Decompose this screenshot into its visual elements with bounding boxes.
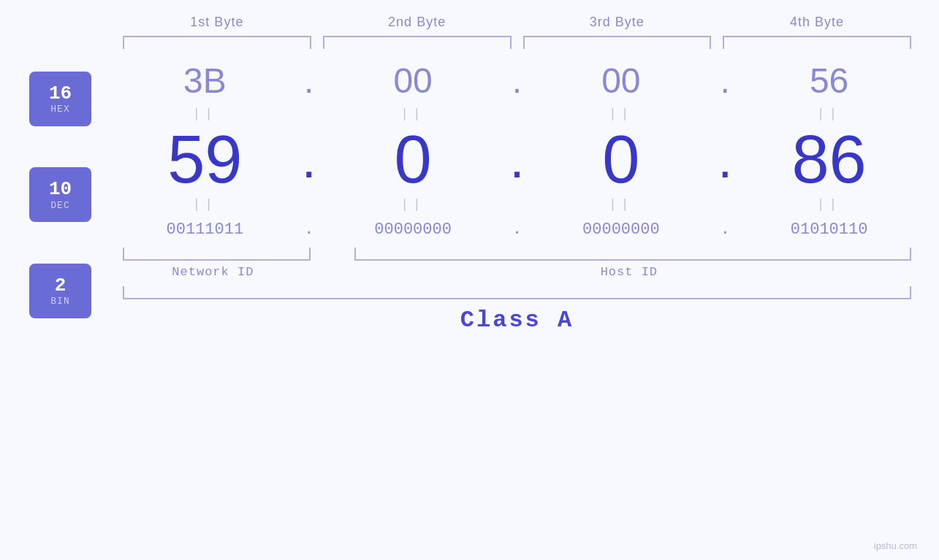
bin-b1-value: 00111011 bbox=[167, 220, 244, 239]
byte-headers-row: 1st Byte 2nd Byte 3rd Byte 4th Byte bbox=[22, 0, 917, 30]
byte3-header: 3rd Byte bbox=[517, 15, 718, 30]
hex-dot3: . bbox=[721, 61, 730, 100]
class-label: Class A bbox=[460, 307, 574, 334]
bin-b2-cell: 00000000 bbox=[325, 220, 501, 239]
dec-badge-label: DEC bbox=[50, 200, 69, 211]
dec-b3-cell: 0 bbox=[533, 126, 710, 193]
equals-2-b4: || bbox=[741, 197, 917, 212]
data-rows: 3B . 00 . 00 . 56 bbox=[117, 49, 917, 334]
hex-sep3: . bbox=[709, 61, 741, 101]
dec-b1-cell: 59 bbox=[117, 126, 293, 193]
bin-dot3: . bbox=[721, 220, 730, 239]
main-area: 16 HEX 10 DEC 2 BIN bbox=[22, 49, 917, 334]
hex-dot2: . bbox=[512, 61, 522, 100]
main-container: 1st Byte 2nd Byte 3rd Byte 4th Byte 16 H… bbox=[0, 0, 939, 560]
byte2-header: 2nd Byte bbox=[317, 15, 517, 30]
bin-badge: 2 BIN bbox=[29, 264, 91, 318]
bin-b3-value: 00000000 bbox=[582, 220, 660, 239]
hex-b1-value: 3B bbox=[183, 61, 227, 100]
watermark: ipshu.com bbox=[874, 540, 917, 551]
bottom-bracket-network bbox=[123, 248, 311, 261]
hex-badge: 16 HEX bbox=[29, 72, 91, 126]
byte1-header: 1st Byte bbox=[117, 15, 317, 30]
bottom-brackets bbox=[117, 248, 917, 261]
bin-b2-value: 00000000 bbox=[374, 220, 452, 239]
bin-badge-row: 2 BIN bbox=[29, 255, 117, 328]
class-bracket bbox=[123, 286, 911, 299]
hex-b4-cell: 56 bbox=[741, 61, 917, 101]
label-spacer bbox=[309, 265, 341, 279]
dec-value-row: 59 . 0 . 0 . 86 bbox=[117, 123, 917, 196]
dec-badge-row: 10 DEC bbox=[29, 147, 117, 242]
equals-row-2: || || || || bbox=[117, 196, 917, 213]
network-id-label: Network ID bbox=[117, 265, 309, 279]
bin-badge-num: 2 bbox=[55, 275, 66, 296]
bin-dot2: . bbox=[512, 220, 522, 239]
equals-2-b2: || bbox=[325, 197, 501, 212]
equals-2-b3: || bbox=[533, 197, 710, 212]
bottom-bracket-host bbox=[354, 248, 911, 261]
hex-dot1: . bbox=[304, 61, 313, 100]
hex-sep2: . bbox=[501, 61, 533, 101]
dec-dot2: . bbox=[509, 130, 524, 188]
bin-dot1: . bbox=[304, 220, 313, 239]
bin-value-row: 00111011 . 00000000 . 00000000 . bbox=[117, 213, 917, 245]
hex-badge-label: HEX bbox=[50, 104, 69, 115]
dec-sep2: . bbox=[501, 129, 533, 189]
dec-dot3: . bbox=[718, 130, 732, 188]
hex-value-row: 3B . 00 . 00 . 56 bbox=[117, 49, 917, 105]
bin-sep1: . bbox=[293, 220, 325, 239]
dec-b2-cell: 0 bbox=[325, 126, 501, 193]
bin-badge-label: BIN bbox=[50, 296, 69, 307]
top-bracket-3 bbox=[523, 36, 712, 49]
dec-badge: 10 DEC bbox=[29, 167, 91, 222]
top-brackets bbox=[22, 36, 917, 49]
dec-badge-num: 10 bbox=[49, 179, 72, 200]
top-bracket-4 bbox=[723, 36, 911, 49]
dec-b3-value: 0 bbox=[602, 122, 639, 196]
dec-b4-value: 86 bbox=[791, 122, 866, 196]
hex-b2-cell: 00 bbox=[325, 61, 501, 101]
dec-dot1: . bbox=[302, 130, 316, 188]
dec-b2-value: 0 bbox=[395, 122, 432, 196]
bin-b4-value: 01010110 bbox=[791, 220, 868, 239]
bin-b1-cell: 00111011 bbox=[117, 220, 293, 239]
top-bracket-1 bbox=[123, 36, 311, 49]
top-bracket-2 bbox=[323, 36, 512, 49]
hex-b1-cell: 3B bbox=[117, 61, 293, 101]
hex-badge-num: 16 bbox=[49, 83, 72, 104]
equals-2-b1: || bbox=[117, 197, 293, 212]
class-label-row: Class A bbox=[117, 307, 917, 334]
bin-b3-cell: 00000000 bbox=[533, 220, 710, 239]
equals-1-b1: || bbox=[117, 107, 293, 121]
equals-1-b4: || bbox=[741, 107, 917, 121]
dec-b4-cell: 86 bbox=[741, 126, 917, 193]
hex-b2-value: 00 bbox=[393, 61, 432, 100]
dec-sep1: . bbox=[293, 129, 325, 189]
hex-b3-value: 00 bbox=[601, 61, 640, 100]
bin-sep3: . bbox=[709, 220, 741, 239]
hex-badge-row: 16 HEX bbox=[29, 62, 117, 135]
hex-b4-value: 56 bbox=[810, 61, 848, 100]
dec-b1-value: 59 bbox=[167, 122, 242, 196]
equals-1-b3: || bbox=[533, 107, 710, 121]
bin-b4-cell: 01010110 bbox=[741, 220, 917, 239]
hex-b3-cell: 00 bbox=[533, 61, 710, 101]
id-labels-row: Network ID Host ID bbox=[117, 265, 917, 279]
hex-sep1: . bbox=[293, 61, 325, 101]
byte4-header: 4th Byte bbox=[717, 15, 917, 30]
badges-column: 16 HEX 10 DEC 2 BIN bbox=[22, 49, 117, 334]
bin-sep2: . bbox=[501, 220, 533, 239]
bottom-bracket-spacer bbox=[316, 248, 349, 261]
equals-1-b2: || bbox=[325, 107, 501, 121]
host-id-label: Host ID bbox=[341, 265, 917, 279]
dec-sep3: . bbox=[709, 129, 741, 189]
equals-row-1: || || || || bbox=[117, 105, 917, 123]
